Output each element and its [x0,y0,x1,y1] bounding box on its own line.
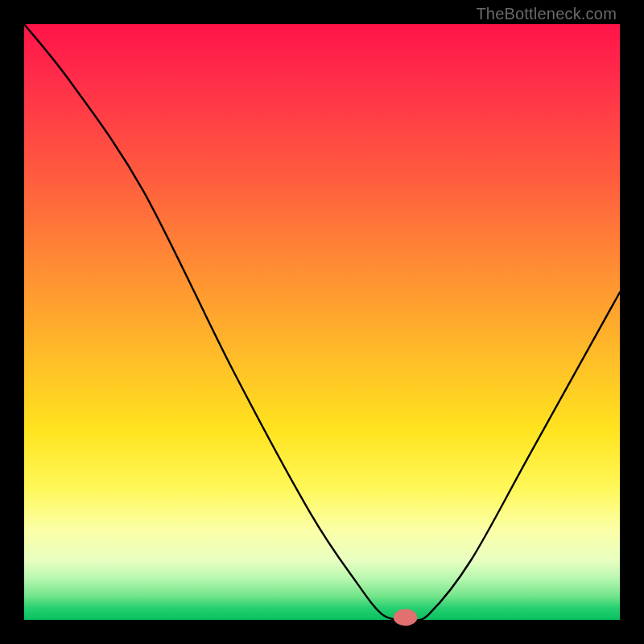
chart-frame: TheBottleneck.com [0,0,644,644]
optimum-marker [394,609,418,626]
chart-svg [24,24,620,620]
watermark-text: TheBottleneck.com [476,5,617,23]
bottleneck-curve [24,24,620,621]
